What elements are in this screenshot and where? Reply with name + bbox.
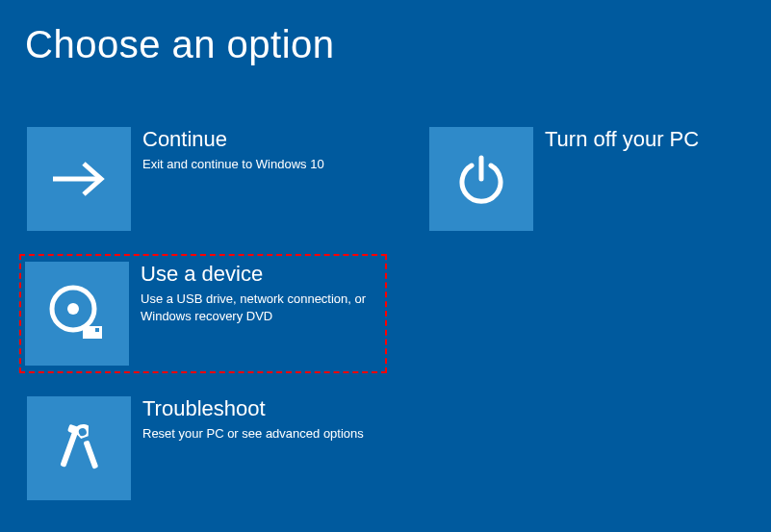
options-column-right: Turn off your PC — [427, 125, 771, 502]
tools-icon — [50, 419, 108, 477]
troubleshoot-title: Troubleshoot — [142, 396, 364, 421]
turn-off-option[interactable]: Turn off your PC — [427, 125, 771, 233]
troubleshoot-text: Troubleshoot Reset your PC or see advanc… — [142, 396, 364, 443]
use-device-tile — [25, 262, 129, 366]
troubleshoot-desc: Reset your PC or see advanced options — [142, 425, 364, 443]
continue-title: Continue — [142, 127, 324, 152]
continue-tile — [27, 127, 131, 231]
svg-rect-7 — [83, 440, 98, 469]
device-disc-icon — [45, 282, 109, 345]
page-title: Choose an option — [0, 0, 771, 66]
svg-point-2 — [67, 303, 79, 315]
use-device-option[interactable]: Use a device Use a USB drive, network co… — [19, 254, 387, 373]
troubleshoot-option[interactable]: Troubleshoot Reset your PC or see advanc… — [25, 394, 391, 502]
use-device-text: Use a device Use a USB drive, network co… — [141, 262, 381, 324]
turn-off-title: Turn off your PC — [545, 127, 699, 152]
options-grid: Continue Exit and continue to Windows 10… — [25, 125, 771, 502]
turn-off-text: Turn off your PC — [545, 127, 699, 156]
use-device-title: Use a device — [141, 262, 381, 287]
power-icon — [454, 152, 508, 206]
troubleshoot-tile — [27, 396, 131, 500]
options-column-left: Continue Exit and continue to Windows 10… — [25, 125, 391, 502]
continue-desc: Exit and continue to Windows 10 — [142, 156, 324, 173]
use-device-desc: Use a USB drive, network connection, or … — [141, 291, 381, 324]
continue-text: Continue Exit and continue to Windows 10 — [142, 127, 324, 173]
turn-off-tile — [429, 127, 533, 231]
svg-rect-4 — [95, 328, 99, 332]
svg-rect-3 — [83, 326, 102, 339]
svg-rect-5 — [60, 429, 78, 468]
arrow-right-icon — [49, 159, 109, 199]
continue-option[interactable]: Continue Exit and continue to Windows 10 — [25, 125, 391, 233]
